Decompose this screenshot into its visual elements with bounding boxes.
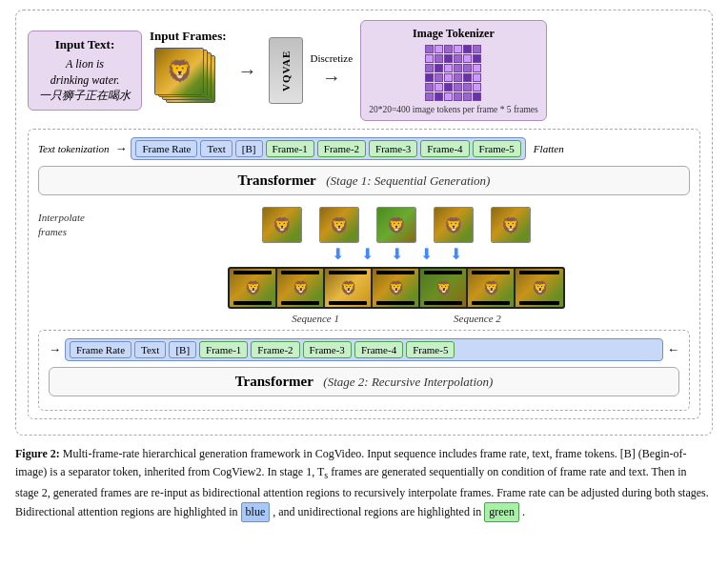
frame-thumb-2: 🦁	[319, 207, 359, 243]
token-cell	[473, 45, 481, 53]
figure-caption: Figure 2: Multi-frame-rate hierarchical …	[15, 445, 713, 522]
lion-face-1: 🦁	[155, 49, 203, 94]
token-b-2: [B]	[169, 341, 196, 358]
caption-text-4: .	[519, 505, 525, 518]
film-strip: 🦁 🦁 🦁 🦁 🦁 🦁 🦁	[228, 267, 565, 309]
token-cell	[454, 54, 462, 63]
arrow-right-2: ←	[667, 342, 679, 357]
film-frame-7: 🦁	[516, 269, 563, 307]
frame-thumb-3: 🦁	[376, 207, 416, 243]
token-frame4-2: Frame-4	[354, 341, 403, 358]
token-frame1-1: Frame-1	[266, 140, 314, 157]
vqvae-label: VQVAE	[269, 37, 303, 104]
token-cell	[435, 83, 443, 91]
token-row-1: Frame Rate Text [B] Frame-1 Frame-2 Fram…	[131, 137, 525, 160]
token-cell	[454, 92, 462, 101]
token-cell	[463, 64, 472, 72]
discretize-label: Discretize	[311, 52, 354, 64]
token-cell	[454, 64, 462, 72]
token-cell	[425, 45, 434, 53]
token-row-1-container: Text tokenization → Frame Rate Text [B] …	[38, 137, 690, 160]
film-frame-3: 🦁	[325, 269, 373, 307]
token-frame1-2: Frame-1	[199, 341, 248, 358]
input-frames-area: Input Frames: 🦁 🦁 🦁 🦁	[150, 29, 227, 113]
token-frame3-1: Frame-3	[369, 140, 417, 157]
token-cell	[425, 83, 434, 91]
transformer-label-2: Transformer	[235, 374, 313, 389]
text-tokenization-label: Text tokenization	[38, 143, 109, 154]
film-frame-6: 🦁	[468, 269, 516, 307]
frame-thumb-4: 🦁	[434, 207, 474, 243]
caption-blue-highlight: blue	[241, 502, 271, 522]
token-frame-rate-1: Frame Rate	[135, 140, 197, 157]
film-strip-container: 🦁 🦁 🦁 🦁 🦁 🦁 🦁	[103, 267, 690, 309]
token-cell	[454, 45, 462, 53]
token-frame3-2: Frame-3	[303, 341, 352, 358]
token-cell	[463, 73, 472, 82]
input-text-label: Input Text:	[38, 37, 131, 52]
token-cell	[463, 83, 472, 91]
down-arrows-row: ⬇ ⬇ ⬇ ⬇ ⬇	[103, 245, 690, 263]
sequence2-label: Sequence 2	[454, 313, 501, 324]
arrow-to-vqvae: →	[234, 60, 261, 82]
token-cell	[473, 73, 481, 82]
token-cell	[425, 73, 434, 82]
token-b-1: [B]	[235, 140, 263, 157]
film-frame-5: 🦁	[420, 269, 468, 307]
caption-green-highlight: green	[484, 502, 519, 522]
token-cell	[444, 64, 453, 72]
film-frame-1: 🦁	[230, 269, 277, 307]
frame-thumb-1: 🦁	[262, 207, 302, 243]
film-frame-4: 🦁	[373, 269, 420, 307]
input-text-box: Input Text: A lion is drinking water. 一只…	[28, 30, 142, 111]
input-text-content: A lion is drinking water. 一只狮子正在喝水	[38, 56, 131, 104]
token-frame5-2: Frame-5	[406, 341, 455, 358]
token-text-1: Text	[200, 140, 232, 157]
token-cell	[425, 54, 434, 63]
stacked-frames: 🦁 🦁 🦁 🦁	[154, 48, 221, 110]
transformer-stage2: Transformer (Stage 2: Recursive Interpol…	[49, 367, 679, 396]
figure-label: Figure 2:	[15, 447, 60, 460]
token-cell	[454, 83, 462, 91]
token-frame-rate-2: Frame Rate	[70, 341, 131, 358]
token-cell	[444, 45, 453, 53]
frame-stack-1: 🦁	[154, 48, 204, 95]
token-cell	[435, 45, 443, 53]
token-text-2: Text	[134, 341, 166, 358]
token-cell	[473, 92, 481, 101]
tokens-per-frame-text: 20*20=400 image tokens per frame * 5 fra…	[369, 105, 538, 114]
arrow-discretize: →	[318, 67, 345, 89]
token-cell	[444, 73, 453, 82]
interpolate-content: 🦁 🦁 🦁 🦁 🦁 ⬇ ⬇ ⬇ ⬇ ⬇ 🦁	[103, 201, 690, 324]
discretize-area: Discretize →	[311, 52, 354, 89]
token-row-2: Frame Rate Text [B] Frame-1 Frame-2 Fram…	[65, 338, 663, 361]
seq-labels: Sequence 1 Sequence 2	[103, 313, 690, 324]
film-frame-2: 🦁	[277, 269, 325, 307]
token-frame4-1: Frame-4	[420, 140, 469, 157]
transformer-stage1: Transformer (Stage 1: Sequential Generat…	[38, 166, 690, 195]
token-cell	[473, 64, 481, 72]
token-cell	[435, 92, 443, 101]
token-cell	[425, 92, 434, 101]
token-cell	[473, 83, 481, 91]
token-cell	[444, 92, 453, 101]
token-cell	[473, 54, 481, 63]
frame-thumbs-row: 🦁 🦁 🦁 🦁 🦁	[103, 207, 690, 243]
flatten-label: Flatten	[534, 143, 564, 154]
token-frame5-1: Frame-5	[473, 140, 521, 157]
caption-text-3: , and unidirectional regions are highlig…	[270, 505, 481, 518]
main-diagram: Input Text: A lion is drinking water. 一只…	[15, 10, 713, 436]
image-tokenizer-label: Image Tokenizer	[413, 27, 495, 41]
token-frame2-2: Frame-2	[251, 341, 299, 358]
sequence1-label: Sequence 1	[292, 313, 339, 324]
token-cell	[444, 83, 453, 91]
image-tokenizer-box: Image Tokenizer	[360, 20, 547, 121]
token-cell	[435, 64, 443, 72]
transformer-label-1: Transformer	[238, 172, 316, 188]
stage1-box: Text tokenization → Frame Rate Text [B] …	[28, 129, 700, 419]
token-cell	[444, 54, 453, 63]
interpolate-section: Interpolateframes 🦁 🦁 🦁 🦁 🦁 ⬇ ⬇ ⬇ ⬇	[38, 201, 690, 324]
token-cell	[454, 73, 462, 82]
token-cell	[463, 54, 472, 63]
vqvae-box: VQVAE	[269, 37, 303, 104]
